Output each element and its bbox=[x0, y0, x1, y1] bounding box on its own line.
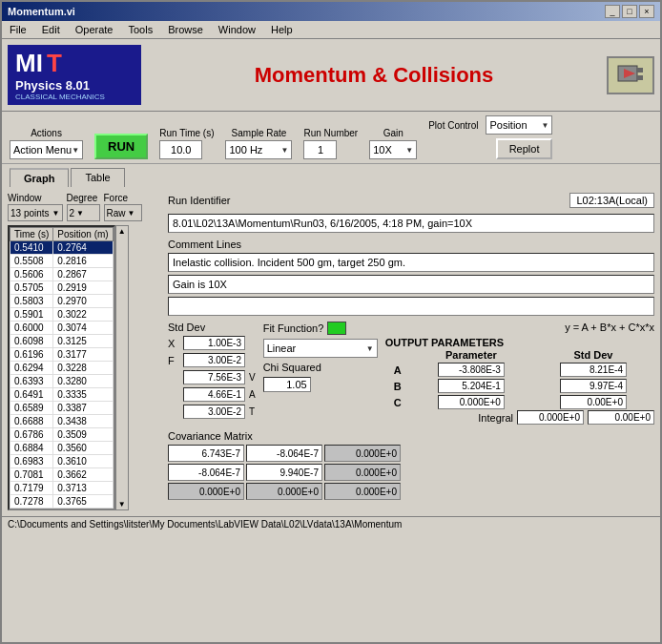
table-row[interactable]: 0.59010.3022 bbox=[10, 308, 114, 322]
table-row[interactable]: 0.60980.3125 bbox=[10, 335, 114, 348]
window-dropdown[interactable]: 13 points ▼ bbox=[8, 204, 63, 221]
cov-label: Covariance Matrix bbox=[168, 430, 654, 442]
table-row[interactable]: 0.66880.3438 bbox=[10, 415, 114, 428]
degree-dropdown[interactable]: 2 ▼ bbox=[67, 204, 100, 221]
std-dev-x-input[interactable] bbox=[183, 336, 245, 350]
cov-cell[interactable] bbox=[246, 464, 322, 481]
menu-tools[interactable]: Tools bbox=[124, 23, 156, 36]
menu-browse[interactable]: Browse bbox=[164, 23, 207, 36]
cov-cell[interactable] bbox=[168, 445, 244, 462]
menu-edit[interactable]: Edit bbox=[38, 23, 64, 36]
run-id-label: Run Identifier bbox=[168, 195, 230, 206]
scroll-down-arrow[interactable]: ▼ bbox=[117, 499, 127, 509]
fit-fn-dropdown[interactable]: Linear ▼ bbox=[263, 339, 378, 358]
scroll-up-arrow[interactable]: ▲ bbox=[117, 226, 127, 237]
cov-cell bbox=[324, 483, 401, 500]
comment-line-2[interactable] bbox=[168, 275, 654, 294]
close-button[interactable]: × bbox=[639, 5, 654, 18]
menu-window[interactable]: Window bbox=[215, 23, 259, 36]
window-arrow: ▼ bbox=[52, 209, 60, 218]
param-stddev-input[interactable] bbox=[560, 363, 627, 377]
table-cell: 0.5410 bbox=[10, 241, 53, 255]
cov-cell[interactable] bbox=[168, 464, 244, 481]
table-cell: 0.5803 bbox=[10, 295, 53, 308]
covariance-section: Covariance Matrix bbox=[168, 430, 654, 500]
run-time-input[interactable] bbox=[159, 140, 202, 159]
integral-stddev-input[interactable] bbox=[588, 410, 654, 425]
tab-table[interactable]: Table bbox=[71, 168, 124, 187]
integral-param-input[interactable] bbox=[517, 410, 584, 425]
scroll-thumb[interactable] bbox=[116, 237, 128, 499]
table-cell: 0.6688 bbox=[10, 415, 53, 428]
chi-sq-input[interactable] bbox=[263, 377, 311, 392]
std-dev-a-input[interactable] bbox=[183, 387, 245, 402]
replot-button[interactable]: Replot bbox=[496, 138, 553, 159]
col-time: Time (s) bbox=[10, 228, 53, 241]
table-row[interactable]: 0.67860.3509 bbox=[10, 428, 114, 442]
table-row[interactable]: 0.68840.3560 bbox=[10, 442, 114, 455]
maximize-button[interactable]: □ bbox=[622, 5, 637, 18]
std-dev-t-input[interactable] bbox=[183, 405, 245, 419]
param-value-input[interactable] bbox=[438, 379, 505, 393]
table-row[interactable]: 0.70810.3662 bbox=[10, 468, 114, 482]
force-arrow: ▼ bbox=[128, 209, 135, 218]
table-cell: 0.6589 bbox=[10, 402, 53, 415]
fit-active-indicator bbox=[327, 322, 346, 335]
minimize-button[interactable]: _ bbox=[605, 5, 620, 18]
std-dev-panel: Std Dev X F V bbox=[168, 322, 256, 419]
run-number-label: Run Number bbox=[303, 128, 358, 138]
plot-control-dropdown[interactable]: Position ▼ bbox=[486, 115, 552, 135]
table-row[interactable]: 0.57050.2919 bbox=[10, 281, 114, 295]
menu-file[interactable]: File bbox=[6, 23, 31, 36]
table-row[interactable]: 0.58030.2970 bbox=[10, 295, 114, 308]
table-row[interactable]: 0.63930.3280 bbox=[10, 375, 114, 388]
table-row[interactable]: 0.55080.2816 bbox=[10, 255, 114, 268]
col-position: Position (m) bbox=[53, 228, 113, 241]
table-row[interactable]: 0.54100.2764 bbox=[10, 241, 114, 255]
comment-line-1[interactable] bbox=[168, 253, 654, 272]
run-time-group: Run Time (s) bbox=[159, 128, 214, 159]
action-menu-dropdown[interactable]: Action Menu ▼ bbox=[10, 140, 83, 159]
table-row[interactable]: 0.60000.3074 bbox=[10, 322, 114, 335]
svg-rect-2 bbox=[637, 68, 643, 73]
table-cell: 0.7278 bbox=[10, 495, 53, 509]
param-stddev-input[interactable] bbox=[560, 395, 627, 409]
table-row[interactable]: 0.61960.3177 bbox=[10, 348, 114, 362]
action-menu-arrow: ▼ bbox=[72, 146, 79, 155]
comment-line-3[interactable] bbox=[168, 297, 654, 316]
fit-fn-arrow: ▼ bbox=[366, 344, 374, 353]
table-scrollbar[interactable]: ▲ ▼ bbox=[115, 225, 129, 510]
sample-rate-dropdown[interactable]: 100 Hz ▼ bbox=[225, 140, 292, 159]
param-value-header: Parameter bbox=[410, 348, 532, 362]
param-value-input[interactable] bbox=[438, 363, 505, 377]
param-stddev-input[interactable] bbox=[560, 379, 627, 393]
run-number-input[interactable] bbox=[303, 140, 337, 159]
std-dev-f-input[interactable] bbox=[183, 353, 245, 367]
param-value-input[interactable] bbox=[438, 395, 505, 409]
run-path-input[interactable] bbox=[168, 214, 654, 233]
table-cell: 0.6196 bbox=[10, 348, 53, 362]
tab-graph[interactable]: Graph bbox=[10, 168, 69, 187]
table-row[interactable]: 0.72780.3765 bbox=[10, 495, 114, 509]
logo-t: T bbox=[47, 49, 62, 78]
std-dev-a-row: A bbox=[168, 387, 256, 402]
table-row[interactable]: 0.62940.3228 bbox=[10, 362, 114, 375]
force-dropdown[interactable]: Raw ▼ bbox=[104, 204, 142, 221]
menu-help[interactable]: Help bbox=[267, 23, 297, 36]
table-row[interactable]: 0.56060.2867 bbox=[10, 268, 114, 281]
menu-operate[interactable]: Operate bbox=[72, 23, 117, 36]
run-button[interactable]: RUN bbox=[94, 134, 148, 159]
std-dev-v-input[interactable] bbox=[183, 370, 245, 384]
gain-dropdown[interactable]: 10X ▼ bbox=[369, 140, 417, 159]
cov-cell[interactable] bbox=[246, 445, 322, 462]
std-dev-label: Std Dev bbox=[168, 322, 256, 333]
table-row[interactable]: 0.71790.3713 bbox=[10, 482, 114, 495]
table-cell: 0.2764 bbox=[53, 241, 113, 255]
table-row[interactable]: 0.65890.3387 bbox=[10, 402, 114, 415]
table-row[interactable]: 0.69830.3610 bbox=[10, 455, 114, 468]
table-cell: 0.3280 bbox=[53, 375, 113, 388]
run-id-badge: L02:13A(Local) bbox=[569, 193, 654, 208]
cov-cell bbox=[168, 483, 244, 500]
table-row[interactable]: 0.64910.3335 bbox=[10, 388, 114, 402]
table-cell: 0.3335 bbox=[53, 388, 113, 402]
